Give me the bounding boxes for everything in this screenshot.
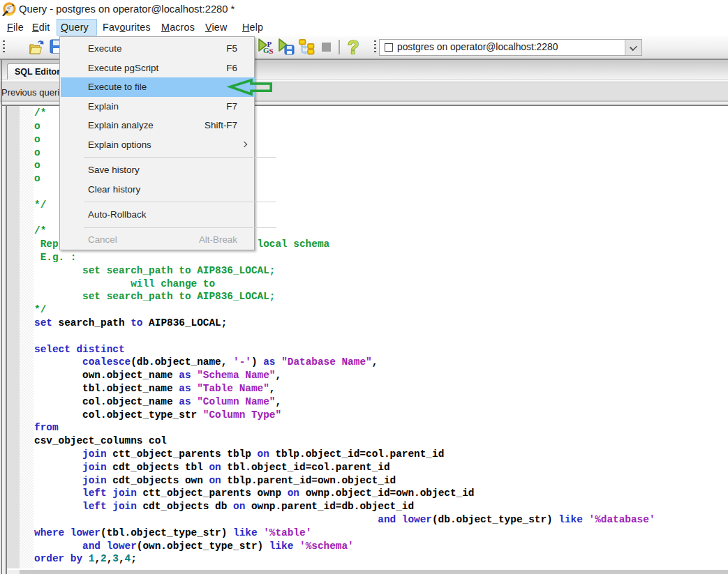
svg-text:S: S (269, 47, 274, 55)
svg-text:?: ? (348, 38, 359, 57)
